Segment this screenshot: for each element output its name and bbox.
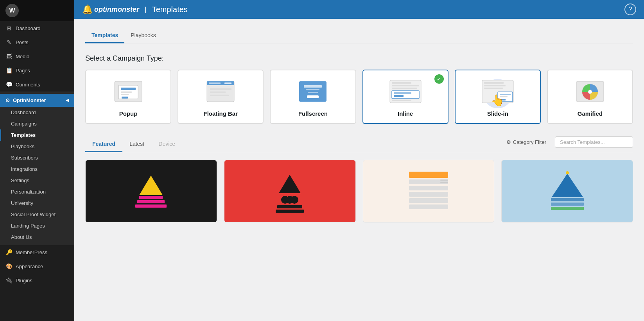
sidebar-item-landing-pages[interactable]: Landing Pages <box>0 220 74 231</box>
sidebar-item-personalization[interactable]: Personalization <box>0 186 74 197</box>
svg-rect-21 <box>392 88 417 89</box>
sidebar-item-appearance[interactable]: 🎨 Appearance <box>0 259 74 273</box>
sidebar-item-integrations[interactable]: Integrations <box>0 163 74 175</box>
svg-rect-20 <box>392 85 419 86</box>
svg-rect-25 <box>392 100 411 101</box>
sidebar-item-memberpress[interactable]: 🔑 MemberPress <box>0 245 74 259</box>
svg-rect-12 <box>210 95 229 96</box>
sidebar-item-about-us[interactable]: About Us <box>0 231 74 243</box>
svg-rect-39 <box>137 200 165 203</box>
filter-tab-featured[interactable]: Featured <box>85 137 122 152</box>
slide-in-label: Slide-in <box>487 110 508 117</box>
template-thumb-3 <box>363 160 494 222</box>
svg-rect-28 <box>484 85 506 86</box>
topbar: 🔔 optinmonster | Templates ? <box>74 0 644 19</box>
om-dashboard-label: Dashboard <box>11 109 36 115</box>
sidebar-item-campaigns[interactable]: Campaigns <box>0 118 74 129</box>
sidebar-item-social-proof[interactable]: Social Proof Widget <box>0 209 74 220</box>
sidebar-item-playbooks[interactable]: Playbooks <box>0 141 74 152</box>
tab-playbooks[interactable]: Playbooks <box>124 28 162 43</box>
sidebar-item-media[interactable]: 🖼 Media <box>0 49 74 63</box>
optinmonster-section: ⊙ OptinMonster ◀ Dashboard Campaigns Tem… <box>0 91 74 245</box>
topbar-left: 🔔 optinmonster | Templates <box>82 4 188 14</box>
svg-rect-46 <box>276 210 304 213</box>
logo-text: optinmonster <box>94 5 139 14</box>
sidebar-item-media-label: Media <box>16 54 29 59</box>
sidebar-item-comments[interactable]: 💬 Comments <box>0 77 74 91</box>
sidebar-item-templates[interactable]: Templates <box>0 129 74 141</box>
svg-rect-17 <box>307 95 319 98</box>
template-card-3[interactable] <box>363 160 495 222</box>
svg-rect-38 <box>139 196 163 199</box>
campaigns-label: Campaigns <box>11 121 37 127</box>
sidebar-item-plugins[interactable]: 🔌 Plugins <box>0 273 74 287</box>
campaign-card-slide-in[interactable]: Slide-in 👆 <box>455 70 541 124</box>
svg-point-59 <box>566 171 569 174</box>
svg-rect-29 <box>484 88 503 89</box>
sidebar-item-pages-label: Pages <box>16 68 30 74</box>
logo-monster-icon: 🔔 <box>82 4 93 14</box>
subscribers-label: Subscribers <box>11 155 38 161</box>
university-label: University <box>11 200 33 206</box>
svg-rect-4 <box>121 94 129 95</box>
fullscreen-label: Fullscreen <box>298 110 328 117</box>
templates-grid <box>85 160 633 222</box>
inline-label: Inline <box>398 110 413 117</box>
sidebar-item-dashboard[interactable]: ⊞ Dashboard <box>0 21 74 35</box>
svg-rect-16 <box>308 92 318 93</box>
template-thumb-2 <box>224 160 355 222</box>
sidebar-item-om-dashboard[interactable]: Dashboard <box>0 107 74 118</box>
filter-right: ⚙ Category Filter <box>502 136 633 152</box>
campaign-card-popup[interactable]: Popup <box>85 70 171 124</box>
personalization-label: Personalization <box>11 189 46 195</box>
svg-rect-40 <box>135 204 167 208</box>
filter-tab-latest[interactable]: Latest <box>122 137 151 152</box>
svg-rect-5 <box>122 97 128 99</box>
optinmonster-label: OptinMonster <box>13 97 46 103</box>
campaign-card-fullscreen[interactable]: Fullscreen <box>270 70 356 124</box>
template-card-4[interactable] <box>501 160 633 222</box>
appearance-icon: 🎨 <box>5 263 13 270</box>
campaign-types-grid: Popup Floating Bar <box>85 70 633 124</box>
search-templates-input[interactable] <box>555 136 633 148</box>
svg-rect-3 <box>121 91 132 93</box>
svg-rect-23 <box>394 92 411 94</box>
sidebar-item-settings[interactable]: Settings <box>0 175 74 186</box>
playbooks-label: Playbooks <box>11 143 34 149</box>
other-menu-section: 🔑 MemberPress 🎨 Appearance 🔌 Plugins <box>0 245 74 287</box>
svg-point-44 <box>291 196 298 204</box>
sidebar-item-pages[interactable]: 📋 Pages <box>0 63 74 77</box>
slide-in-illustration <box>480 78 515 106</box>
campaign-card-inline[interactable]: ✓ Inline <box>362 70 448 124</box>
template-thumb-1 <box>86 160 217 222</box>
plugins-label: Plugins <box>16 278 32 283</box>
inline-illustration <box>388 78 423 106</box>
sidebar-item-dashboard-label: Dashboard <box>16 25 41 31</box>
gamified-illustration <box>572 78 608 106</box>
floating-bar-illustration <box>203 78 238 106</box>
main-area: 🔔 optinmonster | Templates ? Templates P… <box>74 0 644 321</box>
sidebar-item-university[interactable]: University <box>0 197 74 209</box>
optinmonster-header[interactable]: ⊙ OptinMonster ◀ <box>0 94 74 107</box>
category-filter-button[interactable]: ⚙ Category Filter <box>502 137 551 147</box>
sidebar-item-posts[interactable]: ✎ Posts <box>0 35 74 49</box>
svg-rect-31 <box>500 94 511 95</box>
fullscreen-illustration <box>295 78 330 106</box>
template-card-1[interactable] <box>85 160 217 222</box>
posts-icon: ✎ <box>5 39 13 46</box>
main-tabs: Templates Playbooks <box>85 28 633 43</box>
settings-label: Settings <box>11 178 29 183</box>
template-card-2[interactable] <box>224 160 356 222</box>
svg-rect-13 <box>299 81 326 102</box>
sidebar-item-subscribers[interactable]: Subscribers <box>0 152 74 163</box>
svg-rect-51 <box>409 198 448 203</box>
campaign-card-floating-bar[interactable]: Floating Bar <box>178 70 264 124</box>
memberpress-icon: 🔑 <box>5 249 13 256</box>
help-icon[interactable]: ? <box>624 4 636 15</box>
media-icon: 🖼 <box>5 53 13 60</box>
tab-templates[interactable]: Templates <box>85 28 124 43</box>
pages-icon: 📋 <box>5 67 13 74</box>
svg-rect-15 <box>306 89 319 90</box>
campaign-card-gamified[interactable]: Gamified <box>547 70 633 124</box>
memberpress-label: MemberPress <box>16 249 47 255</box>
